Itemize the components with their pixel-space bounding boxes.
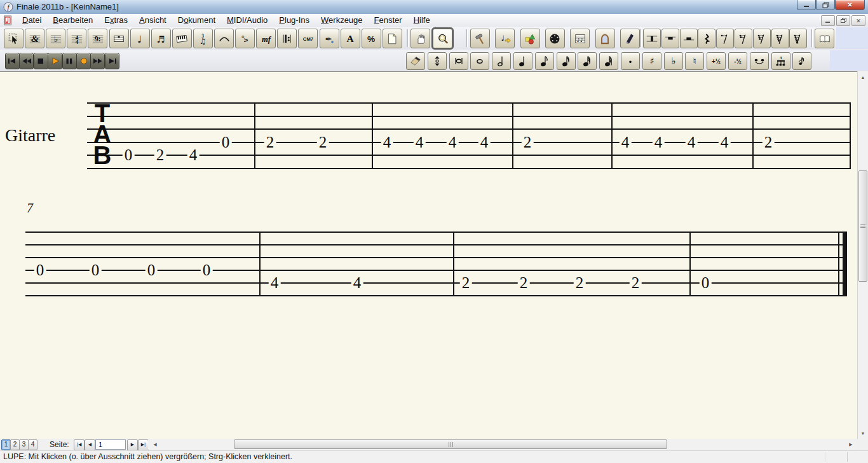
lyrics-button[interactable]: ✒ bbox=[320, 29, 339, 48]
page-layout-button[interactable] bbox=[383, 29, 402, 48]
page-number-input[interactable] bbox=[95, 439, 126, 450]
rewind-button[interactable] bbox=[19, 53, 34, 69]
tab-note[interactable]: 4 bbox=[686, 134, 698, 150]
tuplet3-button[interactable]: 3 bbox=[771, 52, 790, 70]
tab-note[interactable]: 4 bbox=[187, 147, 200, 163]
quarter-rest-button[interactable] bbox=[698, 29, 715, 48]
view-scale-button-4[interactable]: 4 bbox=[28, 439, 37, 450]
tab-note[interactable]: 0 bbox=[700, 275, 712, 291]
whole-note-button[interactable] bbox=[470, 52, 489, 70]
graphics-button[interactable] bbox=[520, 29, 540, 48]
page-go-previous-button[interactable]: ◀ bbox=[85, 439, 95, 451]
record-button[interactable] bbox=[76, 53, 91, 69]
restore-button[interactable] bbox=[816, 0, 835, 10]
augmentation-dot-button[interactable] bbox=[621, 52, 640, 70]
tab-note[interactable]: 2 bbox=[264, 134, 276, 150]
onehundredtwentyeighth-rest-button[interactable] bbox=[789, 29, 807, 48]
menu-midi-audio[interactable]: MIDI/Audio bbox=[221, 14, 273, 27]
articulation-button[interactable]: o> bbox=[235, 29, 255, 48]
grace-note-button[interactable] bbox=[792, 52, 811, 70]
quarter-note-button[interactable] bbox=[513, 52, 532, 70]
tab-note[interactable]: 4 bbox=[269, 275, 281, 291]
tab-note[interactable]: 2 bbox=[518, 275, 530, 291]
hammer-button[interactable] bbox=[470, 29, 490, 48]
selection-button[interactable] bbox=[4, 29, 24, 48]
view-scale-button-2[interactable]: 2 bbox=[10, 439, 20, 450]
eighth-rest-button[interactable] bbox=[716, 29, 734, 48]
sixtyfourth-rest-button[interactable] bbox=[771, 29, 789, 48]
vertical-scroll-thumb[interactable] bbox=[858, 170, 867, 282]
flat-button[interactable]: ♭ bbox=[664, 52, 683, 70]
tab-note[interactable]: 2 bbox=[630, 275, 642, 291]
play-button[interactable] bbox=[48, 53, 62, 69]
horizontal-scrollbar[interactable]: ◀ ▶ bbox=[148, 439, 857, 450]
natural-button[interactable]: ♮ bbox=[685, 52, 704, 70]
half-rest-button[interactable] bbox=[680, 29, 698, 48]
sharp-button[interactable]: ♯ bbox=[642, 52, 661, 70]
view-scale-button-1[interactable]: 1 bbox=[1, 439, 11, 450]
key-signature-button[interactable]: ♭ bbox=[46, 29, 65, 48]
sixtyfourth-note-button[interactable] bbox=[599, 52, 618, 70]
half-step-up-button[interactable]: +½ bbox=[707, 52, 726, 70]
entry-caret-button[interactable] bbox=[428, 52, 447, 70]
menu-werkzeuge[interactable]: Werkzeuge bbox=[315, 14, 369, 27]
zoom-button[interactable] bbox=[433, 29, 452, 48]
sixteenth-rest-button[interactable] bbox=[735, 29, 752, 48]
menu-ansicht[interactable]: Ansicht bbox=[133, 14, 172, 27]
menu-datei[interactable]: Datei bbox=[17, 14, 47, 27]
tab-note[interactable]: 2 bbox=[574, 275, 586, 291]
tab-note[interactable]: 4 bbox=[478, 134, 491, 150]
menu-bearbeiten[interactable]: Bearbeiten bbox=[47, 14, 98, 27]
menu-fenster[interactable]: Fenster bbox=[369, 14, 408, 27]
staff-button[interactable]: & bbox=[25, 29, 44, 48]
fast-forward-button[interactable] bbox=[90, 53, 105, 69]
mirror-button[interactable] bbox=[595, 29, 615, 48]
tab-note[interactable]: 0 bbox=[34, 262, 46, 278]
half-note-button[interactable] bbox=[492, 52, 511, 70]
clef-button[interactable]: 9: bbox=[88, 29, 107, 48]
time-signature-button[interactable]: 44 bbox=[67, 29, 86, 48]
tab-note[interactable]: 0 bbox=[220, 134, 232, 150]
tab-note[interactable]: 2 bbox=[317, 134, 329, 150]
tab-note[interactable]: 4 bbox=[620, 134, 632, 150]
text-button[interactable]: A bbox=[341, 29, 360, 48]
resize-button[interactable]: % bbox=[362, 29, 381, 48]
ossia-button[interactable]: ♪♪ bbox=[570, 29, 590, 48]
mdi-restore-button[interactable] bbox=[836, 15, 850, 26]
whole-rest-button[interactable] bbox=[661, 29, 679, 48]
midi-button[interactable] bbox=[545, 29, 565, 48]
menu-plug-ins[interactable]: Plug-Ins bbox=[273, 14, 315, 27]
page-go-first-button[interactable]: |◀ bbox=[74, 439, 85, 451]
double-whole-rest-button[interactable] bbox=[643, 29, 661, 48]
scroll-down-button[interactable]: ▼ bbox=[858, 428, 868, 438]
stop-button[interactable] bbox=[34, 53, 48, 69]
menu-extras[interactable]: Extras bbox=[98, 14, 133, 27]
vertical-scrollbar[interactable]: ▲ ▼ bbox=[857, 71, 868, 439]
handbook-button[interactable] bbox=[815, 29, 834, 48]
tab-note[interactable]: 4 bbox=[653, 134, 665, 150]
view-scale-button-3[interactable]: 3 bbox=[19, 439, 29, 450]
close-button[interactable]: ✕ bbox=[835, 0, 865, 10]
go-to-end-button[interactable] bbox=[105, 53, 119, 69]
page-go-last-button[interactable]: ▶| bbox=[138, 439, 149, 451]
tab-note[interactable]: 2 bbox=[522, 134, 534, 150]
tab-note[interactable]: 4 bbox=[351, 275, 363, 291]
speedy-entry-button[interactable]: ♬ bbox=[151, 29, 171, 48]
smart-shape-button[interactable] bbox=[214, 29, 234, 48]
tab-note[interactable]: 0 bbox=[201, 262, 213, 278]
hand-grabber-button[interactable] bbox=[410, 29, 430, 48]
tab-note[interactable]: 4 bbox=[719, 134, 731, 150]
tab-note[interactable]: 0 bbox=[146, 262, 158, 278]
tab-note[interactable]: 2 bbox=[460, 275, 472, 291]
thirtysecond-note-button[interactable] bbox=[578, 52, 597, 70]
hyperscribe-button[interactable] bbox=[172, 29, 192, 48]
tab-note[interactable]: 0 bbox=[123, 147, 135, 163]
pause-button[interactable] bbox=[62, 53, 77, 69]
minimize-button[interactable] bbox=[797, 0, 816, 10]
eighth-note-button[interactable] bbox=[535, 52, 554, 70]
expression-button[interactable]: mf bbox=[256, 29, 276, 48]
half-step-down-button[interactable]: -½ bbox=[728, 52, 747, 70]
menu-dokument[interactable]: Dokument bbox=[172, 14, 221, 27]
tab-note[interactable]: 4 bbox=[414, 134, 426, 150]
page-go-next-button[interactable]: ▶ bbox=[127, 439, 138, 451]
